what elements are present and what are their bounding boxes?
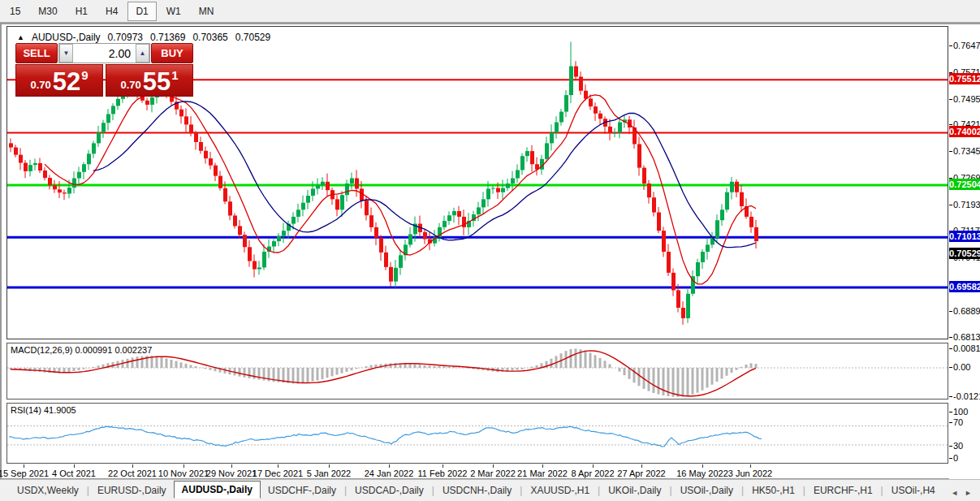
date-label: 27 Apr 2022 bbox=[609, 469, 674, 478]
tab-scroll-left-icon[interactable]: ◄ bbox=[951, 489, 958, 497]
chart-window: ▲ AUDUSD-,Daily 0.70973 0.71369 0.70365 … bbox=[0, 23, 980, 479]
tab-hk50-h1[interactable]: HK50-,H1 bbox=[745, 482, 802, 499]
tab-usdcad-daily[interactable]: USDCAD-,Daily bbox=[348, 482, 431, 499]
timeframe-button-15[interactable]: 15 bbox=[2, 2, 28, 21]
date-tick bbox=[443, 464, 443, 468]
one-click-trade-panel: SELL ▼ ▲ BUY 0.70 52 9 0.70 bbox=[15, 43, 193, 97]
ohlc-high: 0.71369 bbox=[150, 32, 185, 43]
timeframe-button-MN[interactable]: MN bbox=[191, 2, 222, 21]
sell-price-point: 9 bbox=[81, 68, 88, 82]
date-tick bbox=[74, 464, 75, 468]
trading-terminal: 15M30H1H4D1W1MN ▲ AUDUSD-,Daily 0.70973 … bbox=[0, 0, 980, 501]
timeframe-button-H1[interactable]: H1 bbox=[67, 2, 96, 21]
chart-title: ▲ AUDUSD-,Daily 0.70973 0.71369 0.70365 … bbox=[17, 32, 270, 43]
price-axis-tick: 0.74950 bbox=[953, 94, 980, 104]
price-chart[interactable]: ▲ AUDUSD-,Daily 0.70973 0.71369 0.70365 … bbox=[6, 26, 948, 339]
tab-scroll-right-icon[interactable]: ► bbox=[965, 489, 972, 497]
date-tick bbox=[389, 464, 390, 468]
price-level-badge: 0.71013 bbox=[949, 231, 980, 242]
rsi-axis-tick: 70 bbox=[953, 417, 963, 427]
rsi-axis-tick: 100 bbox=[953, 407, 968, 417]
macd-axis-tick: -0.01212 bbox=[953, 391, 980, 401]
tab-usdcnh-daily[interactable]: USDCNH-,Daily bbox=[435, 482, 519, 499]
ohlc-open: 0.70973 bbox=[108, 32, 143, 43]
ohlc-close: 0.70529 bbox=[235, 32, 270, 43]
rsi-indicator-panel[interactable]: RSI(14) 41.9005 bbox=[6, 403, 948, 464]
price-axis-tick: 0.71930 bbox=[953, 200, 980, 209]
current-price-badge: 0.70529 bbox=[949, 248, 980, 259]
date-tick bbox=[493, 464, 494, 468]
volume-decrease-icon[interactable]: ▼ bbox=[59, 44, 73, 63]
price-level-badge: 0.69582 bbox=[949, 281, 980, 292]
macd-axis-tick: 0.00 bbox=[953, 362, 970, 372]
rsi-axis-tick: 30 bbox=[953, 441, 963, 451]
volume-input[interactable] bbox=[73, 44, 136, 63]
volume-increase-icon[interactable]: ▲ bbox=[136, 44, 149, 63]
tab-xauusd-h1[interactable]: XAUUSD-,H1 bbox=[523, 482, 597, 499]
date-tick bbox=[750, 464, 751, 468]
date-label: 4 Oct 2021 bbox=[41, 469, 106, 478]
tab-usdx-weekly[interactable]: USDX,Weekly bbox=[10, 482, 86, 499]
sell-price-pips: 52 bbox=[53, 70, 80, 93]
price-level-badge: 0.75512 bbox=[949, 73, 980, 84]
buy-price-prefix: 0.70 bbox=[120, 79, 140, 91]
date-tick bbox=[641, 464, 642, 468]
date-tick bbox=[593, 464, 594, 468]
expand-icon[interactable]: ▲ bbox=[17, 33, 24, 41]
tab-audusd-daily[interactable]: AUDUSD-,Daily bbox=[174, 481, 261, 499]
symbol-label: AUDUSD-,Daily bbox=[32, 32, 101, 43]
date-tick bbox=[329, 464, 330, 468]
date-tick bbox=[183, 464, 184, 468]
volume-stepper: ▼ ▲ bbox=[58, 43, 150, 63]
symbol-tab-bar: USDX,Weekly|EURUSD-,DailyAUDUSD-,DailyUS… bbox=[0, 479, 980, 501]
ohlc-low: 0.70365 bbox=[192, 32, 227, 43]
date-tick bbox=[542, 464, 543, 468]
price-axis-tick: 0.68890 bbox=[953, 306, 980, 316]
macd-label: MACD(12,26,9) 0.000991 0.002237 bbox=[11, 345, 152, 355]
rsi-plot bbox=[7, 404, 948, 463]
price-level-badge: 0.72504 bbox=[949, 179, 980, 190]
timeframe-button-W1[interactable]: W1 bbox=[158, 2, 189, 21]
sell-button[interactable]: SELL bbox=[15, 43, 58, 63]
price-axis-tick: 0.76470 bbox=[953, 41, 980, 50]
tab-eurchf-h1[interactable]: EURCHF-,H1 bbox=[806, 482, 880, 499]
tab-nav: ◄► bbox=[951, 489, 980, 499]
price-axis: 0.764700.757100.749500.742100.734500.726… bbox=[949, 24, 980, 480]
macd-indicator-panel[interactable]: MACD(12,26,9) 0.000991 0.002237 bbox=[6, 343, 948, 400]
tab-eurusd-daily[interactable]: EURUSD-,Daily bbox=[90, 482, 174, 499]
date-tick bbox=[702, 464, 703, 468]
date-tick bbox=[132, 464, 133, 468]
timeframe-button-M30[interactable]: M30 bbox=[30, 2, 65, 21]
macd-axis-tick: 0.008197 bbox=[953, 343, 980, 353]
date-tick bbox=[278, 464, 278, 468]
buy-price-point: 1 bbox=[171, 68, 178, 82]
price-axis-tick: 0.68130 bbox=[953, 332, 980, 342]
buy-price-display[interactable]: 0.70 55 1 bbox=[106, 64, 193, 97]
timeframe-toolbar: 15M30H1H4D1W1MN bbox=[0, 0, 980, 23]
date-tick bbox=[231, 464, 232, 468]
sell-price-display[interactable]: 0.70 52 9 bbox=[15, 64, 103, 97]
tab-usdchf-daily[interactable]: USDCHF-,Daily bbox=[261, 482, 343, 499]
date-axis: 15 Sep 20214 Oct 202122 Oct 202110 Nov 2… bbox=[6, 464, 948, 479]
tab-usoil-daily[interactable]: USOil-,Daily bbox=[673, 482, 740, 499]
tab-ukoil-daily[interactable]: UKOil-,Daily bbox=[601, 482, 668, 499]
buy-button[interactable]: BUY bbox=[151, 43, 193, 63]
buy-price-pips: 55 bbox=[143, 70, 171, 93]
date-label: 5 Jan 2022 bbox=[296, 469, 361, 478]
tab-usoil-h4[interactable]: USOil-,H4 bbox=[884, 482, 943, 499]
rsi-label: RSI(14) 41.9005 bbox=[11, 405, 76, 415]
timeframe-button-H4[interactable]: H4 bbox=[97, 2, 126, 21]
rsi-axis-tick: 0 bbox=[953, 453, 958, 463]
price-level-badge: 0.74002 bbox=[949, 126, 980, 137]
date-label: 3 Jun 2022 bbox=[718, 469, 783, 478]
date-tick bbox=[24, 464, 24, 468]
timeframe-button-D1[interactable]: D1 bbox=[127, 2, 156, 21]
sell-price-prefix: 0.70 bbox=[30, 79, 50, 91]
price-axis-tick: 0.73450 bbox=[953, 146, 980, 156]
